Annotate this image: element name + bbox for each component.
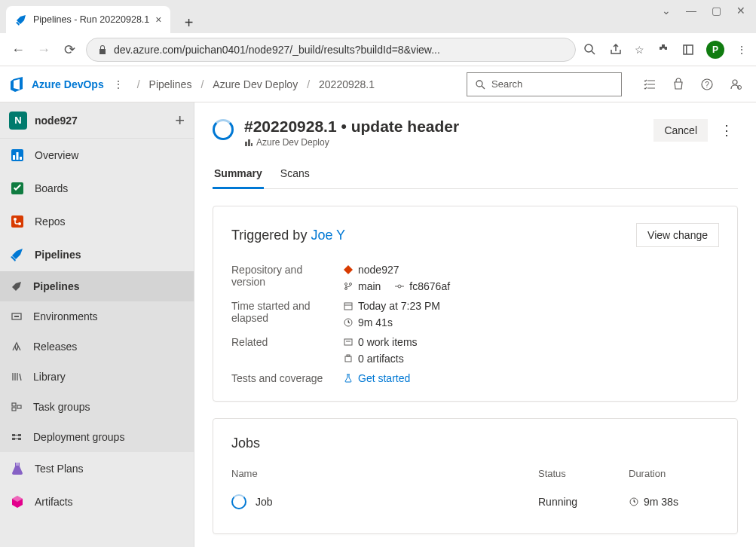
view-change-button[interactable]: View change <box>636 223 719 247</box>
subnav-deployment-groups[interactable]: Deployment groups <box>0 422 194 452</box>
browser-tab[interactable]: Pipelines - Run 20220928.1 × <box>6 6 170 33</box>
azure-pipelines-icon <box>15 14 27 26</box>
col-duration: Duration <box>629 468 719 479</box>
extensions-icon[interactable] <box>657 43 670 57</box>
browser-tab-title: Pipelines - Run 20220928.1 <box>33 14 149 25</box>
lock-icon <box>97 44 108 55</box>
sidebar-item-pipelines[interactable]: Pipelines <box>0 238 194 271</box>
commit-link[interactable]: fc8676af <box>409 280 450 292</box>
svg-rect-42 <box>345 356 351 362</box>
breadcrumb-item[interactable]: 20220928.1 <box>319 78 375 90</box>
sidebar-item-overview[interactable]: Overview <box>0 139 194 172</box>
sidebar-item-label: Environments <box>33 310 98 322</box>
repo-link[interactable]: node927 <box>343 264 719 276</box>
job-row[interactable]: Job Running 9m 38s <box>231 487 719 517</box>
sidebar-item-test-plans[interactable]: Test Plans <box>0 452 194 485</box>
svg-rect-27 <box>16 463 19 466</box>
marketplace-icon[interactable] <box>672 78 685 91</box>
run-header: #20220928.1 • update header Azure Dev De… <box>213 118 738 148</box>
boards-icon <box>9 180 26 197</box>
product-name: Azure DevOps <box>32 78 104 90</box>
new-tab-button[interactable]: + <box>178 12 199 33</box>
task-groups-icon <box>9 399 24 415</box>
forward-button: → <box>35 42 53 58</box>
branch-link[interactable]: main <box>358 280 381 292</box>
project-selector[interactable]: N node927 + <box>0 102 194 139</box>
azure-devops-logo[interactable]: Azure DevOps <box>9 76 104 93</box>
zoom-icon[interactable] <box>583 43 597 57</box>
browser-menu-icon[interactable]: ⋮ <box>736 44 747 56</box>
plus-icon[interactable]: + <box>175 111 185 130</box>
search-input[interactable]: Search <box>467 72 622 96</box>
share-icon[interactable] <box>609 43 623 57</box>
more-vertical-icon[interactable]: ⋮ <box>113 78 124 90</box>
triggered-user-link[interactable]: Joe Y <box>311 228 345 243</box>
artifacts-icon <box>9 494 26 510</box>
releases-icon <box>9 338 24 355</box>
clock-icon <box>629 497 639 507</box>
job-duration: 9m 38s <box>629 496 719 508</box>
label-tests: Tests and coverage <box>231 372 329 384</box>
back-button[interactable]: ← <box>9 42 27 58</box>
tab-summary[interactable]: Summary <box>213 163 264 189</box>
reading-list-icon[interactable] <box>682 44 694 56</box>
sidebar-item-label: Boards <box>35 182 68 194</box>
spinner-icon <box>231 494 246 509</box>
svg-text:?: ? <box>705 81 709 89</box>
label-started: Time started and elapsed <box>231 300 329 329</box>
library-icon <box>9 368 24 385</box>
chevron-down-icon[interactable]: ⌄ <box>662 5 671 17</box>
tab-scans[interactable]: Scans <box>279 163 311 188</box>
get-started-link[interactable]: Get started <box>358 372 410 384</box>
run-pipeline-link[interactable]: Azure Dev Deploy <box>244 137 459 148</box>
job-status: Running <box>538 496 629 508</box>
sidebar-item-artifacts[interactable]: Artifacts <box>0 485 194 518</box>
star-icon[interactable]: ☆ <box>635 44 644 56</box>
svg-point-16 <box>14 218 17 221</box>
svg-point-4 <box>476 81 482 87</box>
repos-icon <box>9 213 26 230</box>
svg-point-17 <box>18 222 21 225</box>
sidebar-item-label: Overview <box>35 149 78 161</box>
svg-line-1 <box>592 51 595 54</box>
sidebar-item-label: Releases <box>33 341 77 353</box>
breadcrumb-item[interactable]: Pipelines <box>149 78 192 90</box>
sidebar-item-label: Task groups <box>33 401 90 413</box>
subnav-task-groups[interactable]: Task groups <box>0 392 194 422</box>
user-settings-icon[interactable] <box>729 78 742 91</box>
subnav-environments[interactable]: Environments <box>0 301 194 332</box>
svg-rect-28 <box>245 142 247 146</box>
task-list-icon[interactable] <box>643 78 657 91</box>
svg-rect-29 <box>248 139 250 146</box>
sidebar-item-label: Pipelines <box>33 280 79 292</box>
subnav-releases[interactable]: Releases <box>0 332 194 362</box>
close-icon[interactable]: × <box>155 14 161 26</box>
search-placeholder: Search <box>491 78 522 90</box>
address-bar[interactable]: dev.azure.com/puichan0401/node927/_build… <box>86 38 576 62</box>
sidebar-item-repos[interactable]: Repos <box>0 205 194 238</box>
triggered-prefix: Triggered by <box>231 228 311 243</box>
svg-rect-22 <box>17 405 21 408</box>
close-window-icon[interactable]: ✕ <box>736 5 745 17</box>
breadcrumb-item[interactable]: Azure Dev Deploy <box>213 78 298 90</box>
help-icon[interactable]: ? <box>700 78 714 91</box>
svg-line-5 <box>482 86 485 89</box>
sidebar-item-label: Library <box>33 371 66 383</box>
cancel-button[interactable]: Cancel <box>653 119 708 142</box>
col-name: Name <box>231 468 538 479</box>
reload-button[interactable]: ⟳ <box>60 41 78 58</box>
subnav-pipelines[interactable]: Pipelines <box>0 271 194 301</box>
subnav-library[interactable]: Library <box>0 362 194 392</box>
svg-rect-3 <box>686 45 687 54</box>
commit-icon <box>394 281 405 292</box>
svg-rect-23 <box>12 434 15 436</box>
profile-avatar[interactable]: P <box>706 41 724 59</box>
main-content: #20220928.1 • update header Azure Dev De… <box>194 102 756 547</box>
pipeline-name: Azure Dev Deploy <box>256 137 329 148</box>
minimize-icon[interactable]: — <box>686 5 696 17</box>
project-badge: N <box>9 112 27 130</box>
sidebar-item-boards[interactable]: Boards <box>0 172 194 205</box>
maximize-icon[interactable]: ▢ <box>712 5 721 17</box>
svg-point-34 <box>398 285 401 288</box>
more-actions-button[interactable]: ⋮ <box>715 118 738 143</box>
